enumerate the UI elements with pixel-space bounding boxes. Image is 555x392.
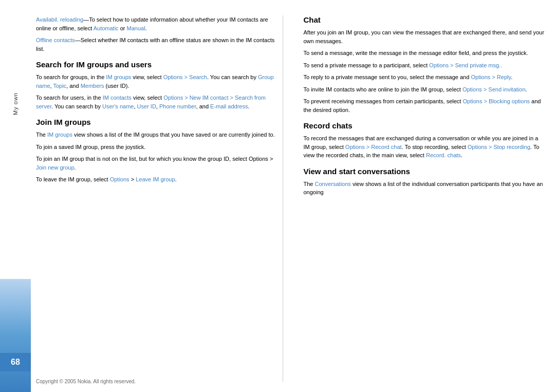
record-chats-text4: . xyxy=(461,152,462,158)
join-para3: To join an IM group that is not on the l… xyxy=(36,155,278,172)
record-chats-text2: . To stop recording, select xyxy=(402,144,468,150)
intro-para1: Availabil. reloading—To select how to up… xyxy=(36,15,278,32)
search-para1-text3: . You can search by xyxy=(207,74,258,80)
chat-para4: To reply to a private message sent to yo… xyxy=(304,73,545,82)
chat-para1: After you join an IM group, you can view… xyxy=(304,28,545,45)
phone-number-link[interactable]: Phone number xyxy=(159,103,196,109)
email-address-link[interactable]: E-mail address xyxy=(210,103,248,109)
search-para2-text6: , and xyxy=(196,103,211,109)
join-new-group-link[interactable]: Join new group xyxy=(36,164,75,171)
join-section-heading: Join IM groups xyxy=(36,118,278,126)
copyright-text: Copyright © 2005 Nokia. All rights reser… xyxy=(36,379,136,384)
chat-para6-text1: To prevent receiving messages from certa… xyxy=(304,98,463,104)
search-section-heading: Search for IM groups and users xyxy=(36,60,278,69)
chat-para5-text2: . xyxy=(526,86,527,92)
chat-para5: To invite IM contacts who are online to … xyxy=(304,85,545,94)
sidebar: My own 68 xyxy=(0,0,31,392)
search-para2-text2: view, select xyxy=(132,95,163,101)
join-para3-text2: . xyxy=(75,164,76,171)
sidebar-label: My own xyxy=(0,92,31,115)
join-para2: To join a saved IM group, press the joys… xyxy=(36,143,278,152)
left-column: Availabil. reloading—To select how to up… xyxy=(36,15,283,382)
options-send-invitation-link[interactable]: Options > Send invitation xyxy=(462,86,526,92)
join-para4-text2: > xyxy=(130,176,136,182)
search-para1-text5: , and xyxy=(66,83,81,89)
view-conversations-heading: View and start conversations xyxy=(304,167,545,176)
record-chats-link[interactable]: Record. chats xyxy=(426,152,461,158)
manual-link[interactable]: Manual xyxy=(127,25,145,31)
search-para1: To search for groups, in the IM groups v… xyxy=(36,73,278,90)
join-para1-text2: view shows a list of the IM groups that … xyxy=(72,132,275,138)
options-search-link[interactable]: Options > Search xyxy=(163,74,207,80)
options-blocking-options-link[interactable]: Options > Blocking options xyxy=(462,98,530,104)
availabil-reloading-link[interactable]: Availabil. reloading xyxy=(36,16,83,23)
members-link[interactable]: Members xyxy=(81,83,104,89)
search-para1-text2: view, select xyxy=(131,74,163,80)
chat-para3: To send a private message to a participa… xyxy=(304,61,545,70)
intro-para1-text2: or xyxy=(119,25,127,31)
im-groups-link1[interactable]: IM groups xyxy=(106,74,131,80)
intro-para1-text3: . xyxy=(145,25,147,31)
options-stop-recording-link[interactable]: Options > Stop recording xyxy=(468,144,530,150)
search-para1-text1: To search for groups, in the xyxy=(36,74,106,80)
join-para4-text1: To leave the IM group, select xyxy=(36,176,110,182)
main-content: Availabil. reloading—To select how to up… xyxy=(31,0,555,392)
chat-para4-text2: . xyxy=(511,74,512,80)
chat-para6: To prevent receiving messages from certa… xyxy=(304,97,545,114)
user-id-link[interactable]: User ID xyxy=(137,103,156,109)
join-para1-text1: The xyxy=(36,132,47,138)
intro-para2: Offline contacts—Select whether IM conta… xyxy=(36,36,278,53)
search-para2: To search for users, in the IM contacts … xyxy=(36,94,278,110)
leave-im-group-link[interactable]: Leave IM group xyxy=(136,176,175,182)
chat-section-heading: Chat xyxy=(304,15,545,24)
im-groups-link2[interactable]: IM groups xyxy=(47,132,72,138)
record-chats-heading: Record chats xyxy=(304,121,545,130)
intro-section: Availabil. reloading—To select how to up… xyxy=(36,15,278,53)
options-reply-link[interactable]: Options > Reply xyxy=(471,74,511,80)
options-send-private-msg-link[interactable]: Options > Send private msg.. xyxy=(429,62,502,68)
search-para1-text6: (user ID). xyxy=(104,83,130,89)
right-column: Chat After you join an IM group, you can… xyxy=(299,15,545,382)
topic-link[interactable]: Topic xyxy=(53,83,66,89)
options-link1[interactable]: Options xyxy=(110,176,130,182)
chat-para2: To send a message, write the message in … xyxy=(304,49,545,58)
chat-para4-text1: To reply to a private message sent to yo… xyxy=(304,74,471,80)
im-contacts-link1[interactable]: IM contacts xyxy=(103,95,132,101)
sidebar-gradient xyxy=(0,279,31,392)
page-number: 68 xyxy=(0,353,31,371)
search-para2-text7: . xyxy=(248,103,249,109)
join-para1: The IM groups view shows a list of the I… xyxy=(36,130,278,139)
search-para2-text3: . You can search by xyxy=(51,103,102,109)
users-name-link[interactable]: User's name xyxy=(102,103,134,109)
join-para3-text1: To join an IM group that is not on the l… xyxy=(36,156,273,162)
view-conversations-para1: The Conversations view shows a list of t… xyxy=(304,180,545,197)
join-para4-text3: . xyxy=(175,176,177,182)
chat-para3-text1: To send a private message to a participa… xyxy=(304,62,430,68)
offline-contacts-link[interactable]: Offline contacts xyxy=(36,37,75,43)
record-chats-para1: To record the messages that are exchange… xyxy=(304,134,545,160)
view-conversations-text1: The xyxy=(304,181,315,187)
join-para4: To leave the IM group, select Options > … xyxy=(36,175,278,184)
search-para2-text1: To search for users, in the xyxy=(36,95,103,101)
automatic-link[interactable]: Automatic xyxy=(94,25,119,31)
options-record-chat-link[interactable]: Options > Record chat xyxy=(345,144,402,150)
sidebar-label-text: My own xyxy=(12,92,18,115)
conversations-link[interactable]: Conversations xyxy=(315,181,351,187)
page-container: My own 68 Availabil. reloading—To select… xyxy=(0,0,555,392)
chat-para5-text1: To invite IM contacts who are online to … xyxy=(304,86,462,92)
